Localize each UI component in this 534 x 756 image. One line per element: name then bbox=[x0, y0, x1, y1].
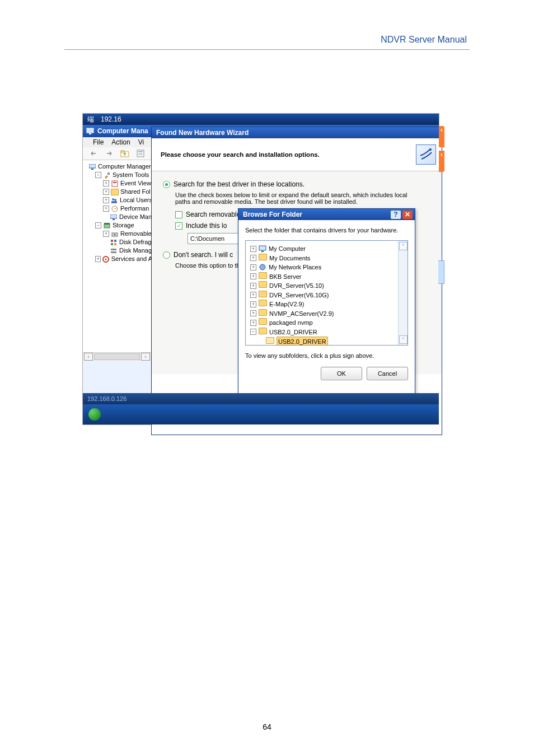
svg-rect-6 bbox=[138, 151, 143, 152]
browse-tree[interactable]: +My Computer +My Documents +My Network P… bbox=[245, 240, 408, 346]
up-folder-icon[interactable] bbox=[120, 149, 130, 158]
tree-label: System Tools bbox=[113, 171, 149, 179]
expand-icon[interactable]: + bbox=[103, 180, 109, 186]
folder-icon bbox=[259, 272, 267, 282]
node-label-selected: USB2.0_DRIVER bbox=[277, 337, 328, 346]
tree-shared-folders[interactable]: +Shared Fol bbox=[84, 188, 152, 196]
expand-icon[interactable]: + bbox=[103, 189, 109, 195]
tree-performance[interactable]: +Performan bbox=[84, 204, 152, 213]
tree-hscrollbar[interactable]: ‹ › bbox=[83, 352, 151, 361]
checkbox-icon[interactable] bbox=[175, 211, 182, 218]
scroll-right-icon[interactable]: › bbox=[141, 353, 150, 361]
cancel-button[interactable]: Cancel bbox=[367, 367, 408, 380]
tree-system-tools[interactable]: −System Tools bbox=[84, 171, 152, 179]
browse-for-folder-dialog: Browse For Folder ? ✕ Select the folder … bbox=[238, 208, 415, 412]
radio-icon[interactable] bbox=[163, 251, 170, 259]
expand-icon[interactable]: + bbox=[250, 255, 256, 261]
svg-rect-27 bbox=[114, 243, 116, 245]
tree-event-view[interactable]: +Event View bbox=[84, 179, 152, 188]
tree-services[interactable]: +Services and A bbox=[84, 255, 152, 263]
scroll-track[interactable] bbox=[94, 353, 140, 360]
expand-icon[interactable]: + bbox=[250, 273, 256, 279]
expand-icon[interactable]: + bbox=[250, 301, 256, 307]
tree-disk-manager[interactable]: Disk Manag bbox=[84, 246, 152, 255]
expand-icon[interactable]: + bbox=[250, 264, 256, 270]
scroll-up-icon[interactable]: ˄ bbox=[399, 242, 407, 250]
node-label: DVR_Server(V5.10) bbox=[269, 281, 324, 291]
ok-button[interactable]: OK bbox=[321, 367, 362, 380]
node-my-network[interactable]: +My Network Places bbox=[248, 263, 405, 272]
tree-wrapper: Computer Manager −System Tools +Event Vi… bbox=[83, 160, 151, 361]
expand-icon[interactable]: + bbox=[103, 206, 109, 212]
expand-icon[interactable]: + bbox=[250, 283, 256, 289]
node-bkb-server[interactable]: +BKB Server bbox=[248, 272, 405, 282]
node-my-documents[interactable]: +My Documents bbox=[248, 254, 405, 263]
expand-icon[interactable]: + bbox=[250, 320, 256, 326]
expand-icon[interactable]: + bbox=[103, 231, 109, 237]
diskman-icon bbox=[110, 248, 118, 254]
window-title: Computer Mana bbox=[97, 127, 148, 135]
scroll-down-icon[interactable]: ˅ bbox=[399, 335, 407, 344]
event-icon bbox=[111, 180, 119, 187]
close-button[interactable]: ✕ bbox=[402, 211, 413, 219]
menu-file[interactable]: File bbox=[93, 138, 104, 146]
start-orb-icon[interactable] bbox=[88, 408, 101, 421]
expand-icon[interactable]: + bbox=[250, 310, 256, 316]
node-label: packaged nvmp bbox=[269, 318, 313, 328]
collapse-icon[interactable]: − bbox=[250, 329, 256, 335]
svg-rect-29 bbox=[111, 251, 116, 253]
scroll-left-icon[interactable]: ‹ bbox=[84, 353, 93, 361]
tree-device-manager[interactable]: Device Man bbox=[84, 213, 152, 221]
expand-icon[interactable]: + bbox=[250, 246, 256, 252]
node-dvr-v5[interactable]: +DVR_Server(V5.10) bbox=[248, 281, 405, 291]
tree-label: Local Users bbox=[120, 196, 152, 204]
side-tab-handle[interactable]: ‹ ‹ bbox=[439, 126, 444, 172]
browse-vscrollbar[interactable]: ˄ ˅ bbox=[398, 241, 407, 345]
node-dvr-v6[interactable]: +DVR_Server(V6.10G) bbox=[248, 291, 405, 300]
node-packaged-nvmp[interactable]: +packaged nvmp bbox=[248, 318, 405, 328]
node-my-computer[interactable]: +My Computer bbox=[248, 244, 405, 254]
nav-tree[interactable]: Computer Manager −System Tools +Event Vi… bbox=[83, 160, 154, 352]
back-icon[interactable] bbox=[88, 149, 99, 158]
svg-rect-33 bbox=[259, 246, 266, 250]
doc-header-link: NDVR Server Manual bbox=[381, 35, 467, 45]
menu-view[interactable]: Vi bbox=[138, 138, 144, 146]
collapse-icon[interactable]: − bbox=[95, 222, 101, 228]
node-usb-driver-child[interactable]: USB2.0_DRIVER bbox=[248, 337, 405, 346]
node-label: E-Map(V2.9) bbox=[269, 300, 304, 309]
content-pane: Found New Hardware Wizard Please choose … bbox=[151, 160, 439, 361]
expand-icon[interactable]: + bbox=[103, 197, 109, 203]
node-emap[interactable]: +E-Map(V2.9) bbox=[248, 300, 405, 309]
expand-icon[interactable]: + bbox=[250, 292, 256, 298]
node-nvmp[interactable]: +NVMP_ACServer(V2.9) bbox=[248, 309, 405, 319]
properties-icon[interactable] bbox=[135, 149, 146, 158]
menu-action[interactable]: Action bbox=[111, 138, 130, 146]
path-input[interactable]: C:\Documen bbox=[188, 233, 242, 244]
tree-removable[interactable]: +Removable bbox=[84, 230, 152, 238]
forward-icon[interactable] bbox=[104, 149, 114, 158]
radio-search-locations[interactable]: Search for the best driver in these loca… bbox=[163, 180, 430, 188]
svg-point-15 bbox=[114, 199, 116, 201]
expand-icon[interactable]: + bbox=[95, 256, 101, 262]
start-bar[interactable] bbox=[83, 404, 439, 424]
tree-label: Device Man bbox=[119, 213, 152, 221]
tree-disk-defrag[interactable]: Disk Defrag bbox=[84, 238, 152, 246]
help-button[interactable]: ? bbox=[391, 211, 401, 219]
svg-rect-19 bbox=[113, 219, 115, 220]
wizard-header-text: Please choose your search and installati… bbox=[161, 151, 320, 158]
svg-point-14 bbox=[112, 198, 114, 200]
radio-icon[interactable] bbox=[163, 181, 170, 188]
node-usb-driver[interactable]: −USB2.0_DRIVER bbox=[248, 328, 405, 337]
svg-rect-28 bbox=[111, 249, 116, 250]
wizard-side-tab[interactable] bbox=[438, 260, 444, 284]
tree-storage[interactable]: −Storage bbox=[84, 221, 152, 230]
wizard-titlebar: Found New Hardware Wizard bbox=[152, 127, 442, 138]
node-label: My Documents bbox=[269, 254, 310, 263]
browse-titlebar: Browse For Folder ? ✕ bbox=[238, 209, 415, 220]
checkbox-icon[interactable]: ✓ bbox=[175, 222, 182, 230]
tree-label: Disk Manag bbox=[119, 246, 152, 255]
collapse-icon[interactable]: − bbox=[95, 172, 101, 178]
tree-local-users[interactable]: +Local Users bbox=[84, 196, 152, 204]
tree-computer-manager[interactable]: Computer Manager bbox=[84, 162, 152, 171]
radio-label: Don't search. I will c bbox=[174, 251, 233, 259]
